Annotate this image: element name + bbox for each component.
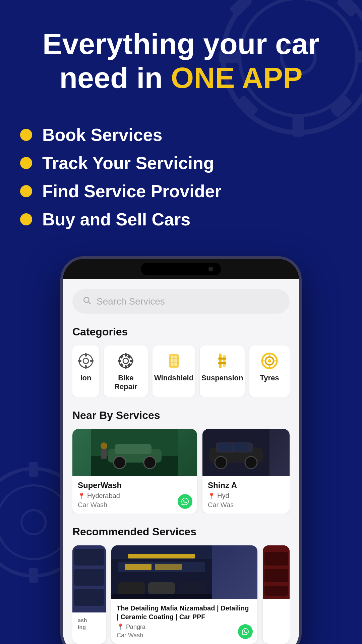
- category-card-partial[interactable]: ion: [72, 345, 99, 397]
- hero-title-line1: Everything your car: [43, 27, 320, 60]
- rec-type-detailing: Car Wash: [117, 632, 252, 639]
- svg-rect-33: [120, 363, 124, 367]
- svg-rect-69: [74, 569, 104, 586]
- svg-rect-70: [74, 589, 104, 606]
- svg-rect-82: [264, 552, 288, 566]
- location-pin-icon-2: 📍: [208, 492, 215, 500]
- rec-location-pin-icon: 📍: [117, 623, 124, 631]
- feature-list: Book Services Track Your Servicing Find …: [0, 125, 362, 229]
- bullet-3: [20, 185, 32, 197]
- rec-info-left: ashing: [72, 612, 106, 638]
- svg-rect-43: [218, 358, 226, 360]
- rec-card-image-right: [263, 545, 290, 599]
- phone-notch: [63, 259, 299, 279]
- rec-city-detailing: Pangra: [126, 624, 145, 631]
- service-city-shinz: Hyd: [217, 492, 229, 500]
- rec-location-detailing: 📍 Pangra: [117, 623, 252, 631]
- category-card-tyres[interactable]: Tyres: [249, 345, 290, 397]
- service-card-shinz[interactable]: Shinz A 📍 Hyd Car Was: [202, 429, 290, 514]
- rec-card-partial-right[interactable]: [263, 545, 290, 644]
- svg-rect-42: [223, 355, 226, 367]
- svg-rect-84: [264, 586, 288, 596]
- search-placeholder: Search Services: [97, 296, 165, 307]
- category-label-1: Bike Repair: [109, 374, 142, 391]
- rec-card-detailing-mafia[interactable]: The Detailing Mafia Nizamabad | Detailin…: [111, 545, 257, 644]
- feature-item-2: Track Your Servicing: [20, 153, 342, 173]
- hero-title-highlight: ONE APP: [171, 61, 303, 94]
- rec-name-detailing: The Detailing Mafia Nizamabad | Detailin…: [117, 604, 252, 621]
- svg-rect-44: [218, 362, 226, 364]
- feature-text-4: Buy and Sell Cars: [42, 209, 190, 229]
- svg-rect-79: [111, 594, 212, 599]
- search-icon: [82, 296, 91, 307]
- svg-rect-32: [120, 355, 124, 359]
- service-name-superwash: SuperWash: [78, 481, 192, 490]
- svg-rect-76: [118, 582, 145, 594]
- category-card-windshield[interactable]: Windshield: [153, 345, 195, 397]
- service-city-superwash: Hyderabad: [87, 492, 120, 500]
- hero-title: Everything your car need in ONE APP: [20, 27, 342, 95]
- nearby-row: SuperWash 📍 Hyderabad Car Wash: [72, 429, 290, 514]
- main-content: Everything your car need in ONE APP Book…: [0, 0, 362, 644]
- svg-point-57: [144, 457, 156, 469]
- service-location-superwash: 📍 Hyderabad: [78, 492, 192, 500]
- feature-text-3: Find Service Provider: [42, 181, 222, 201]
- service-type-shinz: Car Was: [208, 501, 284, 509]
- recommended-row: ashing: [72, 545, 290, 644]
- svg-rect-83: [264, 569, 288, 582]
- rec-card-image-detailing: [111, 545, 257, 599]
- bullet-2: [20, 157, 32, 169]
- service-card-image-superwash: [72, 429, 197, 476]
- svg-rect-80: [128, 554, 195, 558]
- categories-title: Categories: [72, 326, 290, 338]
- svg-rect-30: [118, 360, 121, 362]
- svg-point-56: [114, 457, 126, 469]
- svg-rect-58: [101, 447, 107, 459]
- rec-info-detailing: The Detailing Mafia Nizamabad | Detailin…: [111, 599, 257, 644]
- feature-text-1: Book Services: [42, 125, 162, 145]
- phone-mockup: Search Services Categories: [60, 256, 302, 644]
- service-info-superwash: SuperWash 📍 Hyderabad Car Wash: [72, 476, 197, 514]
- category-label-0: ion: [80, 374, 92, 382]
- recommended-section: Recommended Services: [72, 526, 290, 644]
- service-card-superwash[interactable]: SuperWash 📍 Hyderabad Car Wash: [72, 429, 197, 514]
- svg-rect-74: [125, 564, 152, 570]
- svg-rect-55: [115, 444, 152, 454]
- svg-rect-66: [234, 443, 248, 451]
- phone-screen: Search Services Categories: [63, 279, 299, 644]
- svg-rect-28: [125, 353, 127, 357]
- svg-rect-41: [219, 354, 222, 368]
- rec-name-left: ashing: [78, 617, 101, 631]
- search-bar[interactable]: Search Services: [72, 289, 290, 314]
- hero-title-line2: need in: [59, 61, 171, 94]
- category-label-2: Windshield: [154, 374, 193, 382]
- feature-text-2: Track Your Servicing: [42, 153, 214, 173]
- svg-point-21: [83, 358, 88, 364]
- category-card-suspension[interactable]: Suspension: [200, 345, 245, 397]
- feature-item-3: Find Service Provider: [20, 181, 342, 201]
- svg-rect-23: [85, 365, 87, 369]
- recommended-title: Recommended Services: [72, 526, 290, 538]
- svg-point-59: [101, 442, 107, 449]
- nearby-section: Near By Services: [72, 409, 290, 514]
- service-location-shinz: 📍 Hyd: [208, 492, 284, 500]
- svg-rect-24: [78, 360, 81, 362]
- svg-point-47: [268, 359, 271, 363]
- category-card-bike-repair[interactable]: Bike Repair: [104, 345, 148, 397]
- rec-card-partial-left[interactable]: ashing: [72, 545, 106, 644]
- category-label-3: Suspension: [201, 374, 243, 382]
- bullet-1: [20, 129, 32, 141]
- svg-rect-65: [219, 443, 232, 451]
- notch-pill: [141, 263, 221, 275]
- svg-point-64: [245, 457, 257, 469]
- service-card-image-shinz: [202, 429, 290, 476]
- feature-item-1: Book Services: [20, 125, 342, 145]
- categories-row: ion: [72, 345, 290, 397]
- svg-line-19: [88, 302, 90, 304]
- location-pin-icon: 📍: [78, 492, 85, 500]
- svg-rect-25: [90, 360, 94, 362]
- service-type-superwash: Car Wash: [78, 501, 192, 509]
- feature-item-4: Buy and Sell Cars: [20, 209, 342, 229]
- service-info-shinz: Shinz A 📍 Hyd Car Was: [202, 476, 290, 514]
- phone-section: Search Services Categories: [0, 256, 362, 644]
